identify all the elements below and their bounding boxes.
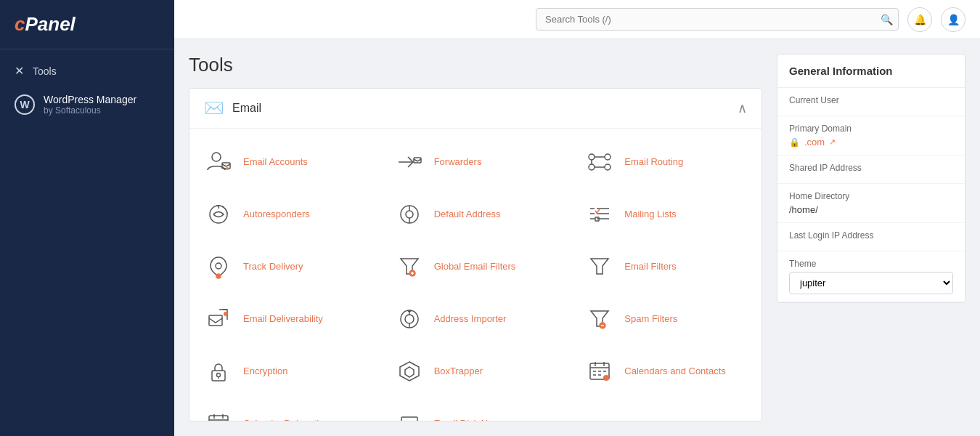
wordpress-text: WordPress Manager by Softaculous xyxy=(44,94,136,116)
content: Tools ✉️ Email ∧ xyxy=(174,39,980,436)
tool-email-deliverability[interactable]: Email Deliverability xyxy=(189,293,380,345)
svg-point-24 xyxy=(216,263,221,269)
primary-domain-value: 🔒 .com ↗ xyxy=(789,137,953,148)
last-login-label: Last Login IP Address xyxy=(789,230,953,241)
bell-icon: 🔔 xyxy=(914,14,926,25)
tool-email-routing[interactable]: Email Routing xyxy=(571,136,761,188)
primary-domain-label: Primary Domain xyxy=(789,124,953,134)
spam-filters-icon xyxy=(585,304,614,334)
tool-encryption[interactable]: Encryption xyxy=(189,345,380,397)
encryption-label: Encryption xyxy=(243,366,287,378)
svg-rect-56 xyxy=(209,416,228,421)
tool-email-filters[interactable]: Email Filters xyxy=(571,241,761,293)
svg-point-35 xyxy=(405,315,414,323)
tool-track-delivery[interactable]: Track Delivery xyxy=(189,241,380,293)
user-button[interactable]: 👤 xyxy=(941,7,965,32)
header: 🔍 🔔 👤 xyxy=(174,0,980,39)
sidebar: cPanel ✕ Tools W WordPress Manager by So… xyxy=(0,0,174,436)
svg-point-5 xyxy=(589,154,595,160)
global-email-filters-label: Global Email Filters xyxy=(434,261,516,273)
tool-default-address[interactable]: Default Address xyxy=(380,188,571,241)
email-filters-label: Email Filters xyxy=(624,261,677,273)
boxtrapper-icon xyxy=(395,357,424,386)
current-user-label: Current User xyxy=(789,95,953,105)
sidebar-item-wordpress[interactable]: W WordPress Manager by Softaculous xyxy=(0,85,174,124)
email-card-header-left: ✉️ Email xyxy=(204,99,261,118)
tool-autoresponders[interactable]: Autoresponders xyxy=(189,188,380,241)
email-disk-usage-label: Email Disk Usage xyxy=(434,418,509,421)
user-icon: 👤 xyxy=(947,14,960,25)
theme-value: jupiter paper_lantern xyxy=(789,272,953,294)
primary-domain-row: Primary Domain 🔒 .com ↗ xyxy=(777,116,965,156)
tool-email-disk-usage[interactable]: Email Disk Usage xyxy=(380,397,571,421)
autoresponders-label: Autoresponders xyxy=(243,209,310,221)
forwarders-label: Forwarders xyxy=(434,156,482,169)
track-delivery-icon xyxy=(204,252,233,281)
email-accounts-label: Email Accounts xyxy=(243,156,308,169)
tools-icon: ✕ xyxy=(15,64,24,78)
tool-address-importer[interactable]: Address Importer xyxy=(380,293,571,345)
svg-marker-44 xyxy=(400,362,419,381)
forwarders-icon xyxy=(395,148,424,177)
search-button[interactable]: 🔍 xyxy=(881,14,893,25)
address-importer-label: Address Importer xyxy=(434,313,507,326)
wordpress-label: WordPress Manager xyxy=(44,94,136,105)
search-input[interactable] xyxy=(536,8,899,31)
default-address-label: Default Address xyxy=(434,209,501,221)
email-routing-icon xyxy=(585,148,614,177)
general-info-card: General Information Current User Primary… xyxy=(777,54,965,303)
mailing-lists-label: Mailing Lists xyxy=(624,209,677,221)
theme-label: Theme xyxy=(789,259,953,269)
email-card: ✉️ Email ∧ xyxy=(189,88,762,421)
tool-boxtrapper[interactable]: BoxTrapper xyxy=(380,345,571,397)
email-section-title: Email xyxy=(232,102,261,115)
tool-forwarders[interactable]: Forwarders xyxy=(380,136,571,188)
encryption-icon xyxy=(204,357,233,386)
tool-calendars-contacts[interactable]: Calendars and Contacts xyxy=(571,345,761,397)
wordpress-sublabel: by Softaculous xyxy=(44,105,136,116)
shared-ip-row: Shared IP Address xyxy=(777,156,965,184)
email-accounts-icon xyxy=(204,148,233,177)
email-card-header: ✉️ Email ∧ xyxy=(189,89,761,129)
tool-mailing-lists[interactable]: Mailing Lists xyxy=(571,188,761,241)
svg-point-55 xyxy=(603,375,609,381)
tool-calendar-delegation[interactable]: Calendar Delegation xyxy=(189,397,380,421)
svg-marker-45 xyxy=(405,367,414,377)
tool-email-accounts[interactable]: Email Accounts xyxy=(189,136,380,188)
email-section-icon: ✉️ xyxy=(204,99,224,118)
default-address-icon xyxy=(395,200,424,229)
page-title: Tools xyxy=(189,54,762,76)
home-directory-label: Home Directory xyxy=(789,191,953,201)
main-area: 🔍 🔔 👤 Tools ✉️ Email ∧ xyxy=(174,0,980,436)
email-routing-label: Email Routing xyxy=(624,156,683,169)
collapse-button[interactable]: ∧ xyxy=(738,100,747,116)
domain-link[interactable]: .com xyxy=(804,137,825,148)
last-login-row: Last Login IP Address xyxy=(777,223,965,251)
calendar-delegation-icon xyxy=(204,409,233,421)
svg-marker-30 xyxy=(591,259,608,274)
spam-filters-label: Spam Filters xyxy=(624,313,677,326)
sidebar-tools-label: Tools xyxy=(33,65,57,77)
boxtrapper-label: BoxTrapper xyxy=(434,366,483,378)
svg-rect-66 xyxy=(401,417,417,421)
autoresponders-icon xyxy=(204,200,233,229)
tool-global-email-filters[interactable]: Global Email Filters xyxy=(380,241,571,293)
right-panel: General Information Current User Primary… xyxy=(777,54,965,421)
svg-point-6 xyxy=(605,154,611,160)
notifications-button[interactable]: 🔔 xyxy=(907,7,932,32)
sidebar-item-tools[interactable]: ✕ Tools xyxy=(0,57,174,85)
home-directory-value: /home/ xyxy=(789,204,953,215)
theme-select[interactable]: jupiter paper_lantern xyxy=(789,272,953,294)
tools-grid: Email Accounts Forwarders xyxy=(189,129,761,421)
svg-point-0 xyxy=(212,153,221,161)
email-filters-icon xyxy=(585,252,614,281)
email-disk-usage-icon xyxy=(395,409,424,421)
search-bar: 🔍 xyxy=(536,8,899,31)
tools-panel: Tools ✉️ Email ∧ xyxy=(189,54,762,421)
current-user-row: Current User xyxy=(777,88,965,116)
general-info-title: General Information xyxy=(777,54,965,88)
svg-point-14 xyxy=(406,211,413,218)
email-deliverability-label: Email Deliverability xyxy=(243,313,323,326)
tool-spam-filters[interactable]: Spam Filters xyxy=(571,293,761,345)
cpanel-logo: cPanel xyxy=(15,13,75,35)
